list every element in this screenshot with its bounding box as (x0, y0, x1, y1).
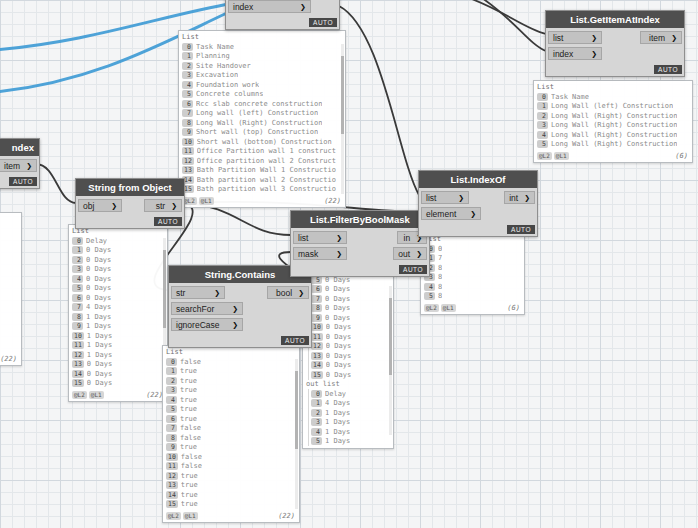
scrollbar-thumb[interactable] (163, 250, 166, 328)
input-port-ignorecase[interactable]: ignoreCase ❯ (171, 318, 243, 331)
list-item[interactable]: 6 0 Days (311, 285, 389, 295)
lacing-auto-badge[interactable]: AUTO (654, 65, 682, 74)
list-item[interactable]: 6 true (166, 414, 295, 424)
list-item[interactable]: 4 1 Days (311, 427, 389, 437)
preview-string-from-object[interactable]: List 0 Delay 1 0 Days 2 0 Days (68, 224, 168, 402)
list-item[interactable]: 15 true (166, 500, 295, 510)
preview-string-contains[interactable]: List 0 false 1 true 2 true 3 (162, 345, 300, 523)
list-item[interactable]: 12 Office partition wall 2 Construct (182, 156, 341, 166)
list-item[interactable]: 2 8 (424, 263, 520, 273)
list-item[interactable]: 5 Concrete columns (182, 90, 341, 100)
list-item[interactable]: 4 Foundation work (182, 80, 341, 90)
list-item[interactable]: 4 Long Wall (Right) Construction (537, 130, 688, 140)
list-item[interactable]: 12 0 Days (311, 342, 389, 352)
list-item[interactable]: 0 0 (424, 244, 520, 254)
output-port-bool[interactable]: bool ❯ (267, 286, 309, 299)
node-get-item-at-index[interactable]: List.GetItemAtIndex list ❯ item ❯ index … (545, 10, 685, 77)
list-item[interactable]: 10 1 Days (72, 331, 163, 341)
graph-canvas[interactable]: List 0 Task Name 1 Planning 2 Site Hando… (0, 0, 698, 528)
out-list-label[interactable]: out list (306, 380, 389, 390)
node-top-partial[interactable]: index ❯ AUTO (225, 0, 340, 30)
list-item[interactable]: 0 Delay (311, 389, 389, 399)
list-item[interactable]: 6 Rcc slab concrete construction (182, 99, 341, 109)
list-item[interactable]: 1 4 Days (311, 399, 389, 409)
node-filter-by-bool-mask[interactable]: List.FilterByBoolMask list ❯ in ❯ mask ❯ (290, 210, 430, 277)
list-item[interactable]: 4 8 (424, 282, 520, 292)
list-item[interactable]: 13 Bath Partition Wall 1 Constructio (182, 166, 341, 176)
list-item[interactable]: 3 true (166, 386, 295, 396)
list-item[interactable]: 11 0 Days (311, 332, 389, 342)
wire-offscreen-to-getitem-index[interactable] (476, 0, 546, 51)
list-item[interactable]: 5 Long Wall (Right) Construction (537, 140, 688, 150)
list-item[interactable]: 7 4 Days (72, 303, 163, 313)
level-badge[interactable]: @L1 (183, 512, 198, 520)
list-item[interactable]: 9 true (166, 443, 295, 453)
list-item[interactable]: 4 true (166, 395, 295, 405)
input-port-mask[interactable]: mask ❯ (293, 247, 347, 260)
preview-left-partial[interactable]: (22) (0, 212, 22, 366)
list-item[interactable]: 5 1 Days (311, 437, 389, 447)
list-item[interactable]: 15 0 Days (72, 379, 163, 389)
list-item[interactable]: 14 0 Days (72, 369, 163, 379)
list-item[interactable]: 15 Bath partition wall 3 Constructio (182, 185, 341, 195)
list-item[interactable]: 0 Delay (72, 236, 163, 246)
list-item[interactable]: 8 0 Days (311, 304, 389, 314)
list-item[interactable]: 2 true (166, 376, 295, 386)
list-item[interactable]: 14 Bath partition wall 2 Constructio (182, 175, 341, 185)
level-badge[interactable]: @L2 (424, 304, 439, 312)
input-port-element[interactable]: element ❯ (421, 207, 481, 220)
input-port-obj[interactable]: obj ❯ (78, 199, 122, 212)
level-badge[interactable]: @L2 (166, 512, 181, 520)
input-port-index[interactable]: index ❯ (228, 0, 311, 13)
node-title[interactable]: ndex (0, 139, 39, 156)
scrollbar-thumb[interactable] (341, 56, 344, 134)
list-item[interactable]: 1 Long Wall (left) Construction (537, 102, 688, 112)
list-item[interactable]: 15 0 Days (311, 370, 389, 380)
input-port-list[interactable]: list ❯ (548, 31, 602, 44)
list-item[interactable]: 13 true (166, 481, 295, 491)
list-item[interactable]: 8 1 Days (72, 312, 163, 322)
lacing-auto-badge[interactable]: AUTO (154, 217, 182, 226)
node-string-from-object[interactable]: String from Object obj ❯ str ❯ AUTO (75, 178, 185, 229)
output-port-item[interactable]: item ❯ (640, 31, 682, 44)
output-port-out[interactable]: out ❯ (393, 247, 427, 260)
list-item[interactable]: 10 false (166, 452, 295, 462)
input-port-searchfor[interactable]: searchFor ❯ (171, 302, 243, 315)
list-item[interactable]: 1 true (166, 367, 295, 377)
scrollbar[interactable] (295, 359, 298, 509)
wire-top-to-indexof-list[interactable] (339, 6, 419, 195)
wire-offscreen-to-getitem-list[interactable] (458, 0, 546, 34)
scrollbar-thumb[interactable] (295, 371, 298, 449)
node-title[interactable]: String from Object (76, 179, 184, 196)
list-item[interactable]: 5 0 Days (72, 284, 163, 294)
list-item[interactable]: 1 7 (424, 254, 520, 264)
output-port-str[interactable]: str ❯ (144, 199, 182, 212)
level-badge[interactable]: @L1 (554, 152, 569, 160)
list-item[interactable]: 12 true (166, 471, 295, 481)
scrollbar-thumb[interactable] (389, 298, 392, 375)
list-item[interactable]: 4 0 Days (72, 274, 163, 284)
list-item[interactable]: 0 Task Name (182, 42, 341, 52)
list-item[interactable]: 10 Short wall (bottom) Construction (182, 137, 341, 147)
list-item[interactable]: 11 1 Days (72, 341, 163, 351)
list-item[interactable]: 2 Long Wall (Right) Construction (537, 111, 688, 121)
scrollbar[interactable] (341, 44, 344, 194)
list-item[interactable]: 2 Site Handover (182, 61, 341, 71)
list-item[interactable]: 12 1 Days (72, 350, 163, 360)
list-item[interactable]: 0 false (166, 357, 295, 367)
list-item[interactable]: 11 false (166, 462, 295, 472)
list-item[interactable]: 14 0 Days (311, 361, 389, 371)
input-port-index[interactable]: index ❯ (548, 47, 602, 60)
list-item[interactable]: 5 8 (424, 292, 520, 302)
list-item[interactable]: 7 false (166, 424, 295, 434)
preview-tasklist[interactable]: List 0 Task Name 1 Planning 2 Site Hando… (178, 30, 346, 208)
list-item[interactable]: 3 0 Days (72, 265, 163, 275)
wire-item-to-obj[interactable] (36, 164, 76, 203)
output-port-item[interactable]: item ❯ (0, 159, 37, 172)
list-item[interactable]: 9 1 Days (72, 322, 163, 332)
list-item[interactable]: 9 0 Days (311, 313, 389, 323)
list-item[interactable]: 2 0 Days (72, 255, 163, 265)
input-port-str[interactable]: str ❯ (171, 286, 225, 299)
list-item[interactable]: 2 1 Days (311, 408, 389, 418)
list-item[interactable]: 8 Long Wall (Right) Construction (182, 118, 341, 128)
